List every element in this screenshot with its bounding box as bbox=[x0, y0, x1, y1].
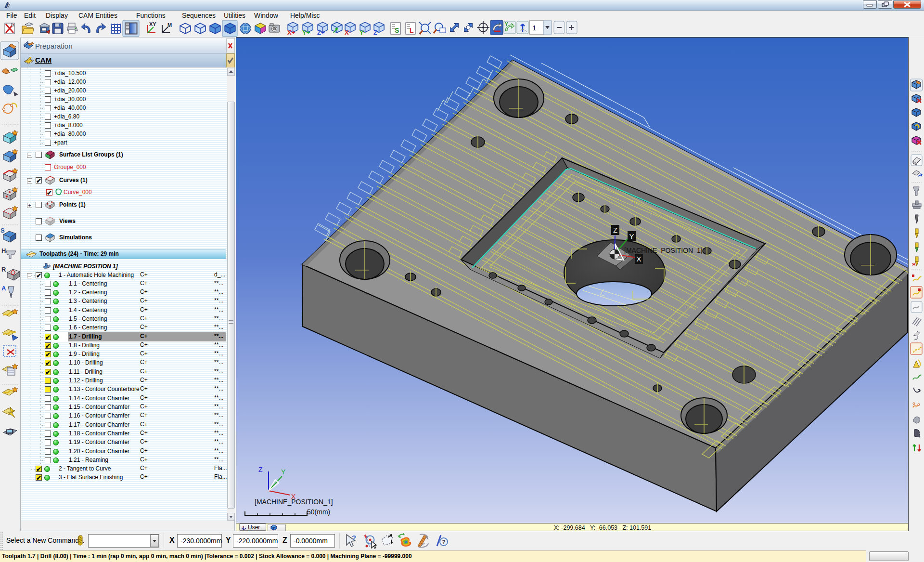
svg-text:X+: X+ bbox=[287, 29, 295, 36]
svg-text:S: S bbox=[395, 26, 399, 34]
svg-text:Y: Y bbox=[629, 232, 634, 240]
svg-text:L: L bbox=[410, 26, 414, 34]
svg-text:M: M bbox=[167, 22, 172, 28]
svg-text:Y+: Y+ bbox=[302, 29, 310, 36]
svg-text:50(mm): 50(mm) bbox=[307, 508, 330, 516]
svg-text:Y-: Y- bbox=[359, 29, 365, 36]
svg-text:Y: Y bbox=[505, 22, 508, 27]
svg-text:R: R bbox=[1, 266, 6, 273]
svg-text:X-: X- bbox=[345, 29, 351, 36]
svg-text:Z: Z bbox=[258, 466, 263, 473]
svg-text:Y: Y bbox=[281, 468, 286, 476]
svg-text:[MACHINE_POSITION_1]: [MACHINE_POSITION_1] bbox=[255, 498, 333, 506]
svg-text:Z+: Z+ bbox=[317, 29, 325, 36]
svg-text:XY: XY bbox=[149, 21, 156, 27]
svg-text:S: S bbox=[0, 227, 5, 234]
svg-text:[MACHINE_POSITION_1]: [MACHINE_POSITION_1] bbox=[624, 247, 703, 254]
svg-text:A: A bbox=[1, 285, 6, 292]
svg-text:Z-: Z- bbox=[373, 29, 379, 36]
svg-text:1: 1 bbox=[532, 24, 536, 32]
svg-text:Z: Z bbox=[613, 226, 617, 234]
svg-text:X: X bbox=[636, 255, 641, 263]
svg-text:H: H bbox=[1, 247, 6, 254]
svg-text:?: ? bbox=[352, 534, 356, 542]
svg-text:?: ? bbox=[442, 539, 446, 546]
